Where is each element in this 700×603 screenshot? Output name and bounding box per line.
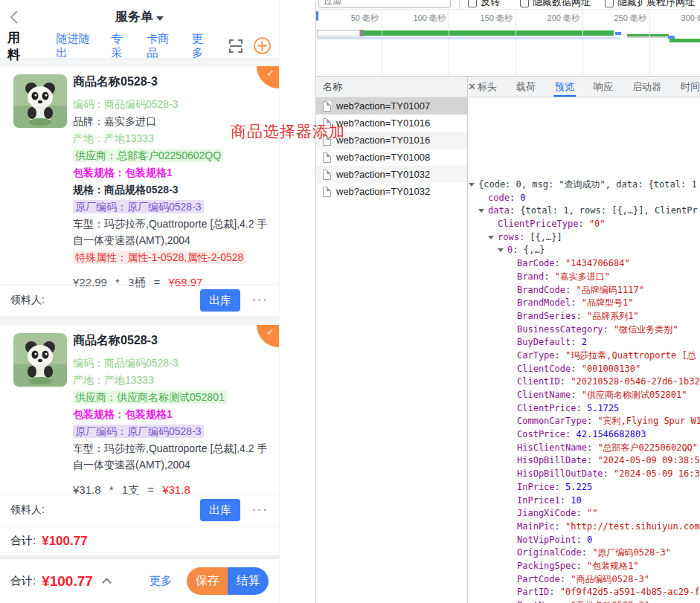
json-value: "品牌编码1117" xyxy=(576,285,643,295)
product-field: 供应商：总部客户02250602QQ xyxy=(73,147,272,164)
json-line: PartCode: "商品编码0528-3" xyxy=(468,573,700,587)
network-request-row[interactable]: web?action=TY01007 xyxy=(316,97,467,115)
json-value: 5.1725 xyxy=(587,403,619,413)
detail-tab-预览[interactable]: 预览 xyxy=(553,77,576,97)
panda-photo xyxy=(13,74,67,128)
collapse-chevron-icon[interactable] xyxy=(102,578,112,587)
json-key: HisOpBillDate xyxy=(517,455,587,465)
subtotal-row: 合计: ¥100.77 xyxy=(0,526,279,556)
detail-tab-时间[interactable]: 时间 xyxy=(679,77,700,97)
product-image[interactable] xyxy=(13,333,67,387)
json-key: InPrice1 xyxy=(517,495,560,506)
more-actions-icon[interactable]: ··· xyxy=(252,294,269,307)
nav-link-3[interactable]: 更多 xyxy=(192,32,211,60)
json-line: BuyDefault: 2 xyxy=(468,336,700,349)
annotation-overlay-text: 商品选择器添加 xyxy=(231,121,345,142)
json-value: : xyxy=(571,297,581,308)
network-request-row[interactable]: web?action=TY01008 xyxy=(316,149,467,166)
checkbox-icon[interactable] xyxy=(605,0,614,7)
json-line: BusinessCategory: "微信业务类别" xyxy=(468,323,700,337)
document-icon xyxy=(323,170,331,180)
json-value: "玛莎拉蒂,Quattroporte [总 xyxy=(565,350,696,361)
add-icon[interactable] xyxy=(253,36,272,55)
json-line: BarCode: "1434706684" xyxy=(468,257,700,271)
network-request-row[interactable]: web?action=TY01032 xyxy=(316,183,467,200)
outbound-button[interactable]: 出库 xyxy=(200,289,240,312)
json-value: "宾利,Flying Spur W1 xyxy=(597,416,700,426)
disclosure-triangle-icon[interactable] xyxy=(498,248,504,252)
json-line: HisOpBillDate: "2024-05-09 09:38:59 xyxy=(468,454,700,468)
json-key: OriginalCode xyxy=(517,547,582,558)
detail-tab-启动器[interactable]: 启动器 xyxy=(631,77,663,97)
json-value: : {,…} xyxy=(513,245,545,255)
json-value: : {total: 1, rows: [{,…}], ClientPr xyxy=(510,205,698,216)
json-key: BusinessCategory xyxy=(517,324,603,335)
json-value: : xyxy=(510,193,520,203)
detail-tab-标头[interactable]: 标头 xyxy=(476,77,498,97)
json-value: "微信业务类别" xyxy=(614,324,678,335)
nav-link-0[interactable]: 随进随出 xyxy=(56,32,94,60)
toolbar-checkbox-item[interactable]: 反转 xyxy=(468,0,500,9)
json-line: PartName: "商品名称0528-3" xyxy=(468,599,700,603)
product-image[interactable] xyxy=(13,74,67,128)
timeline-tick-label: 150 毫秒 xyxy=(453,13,513,24)
title-dropdown-icon[interactable] xyxy=(156,16,164,21)
network-request-row[interactable]: web?action=TY01032 xyxy=(316,166,467,183)
disclosure-triangle-icon[interactable] xyxy=(478,209,484,213)
json-line: PartID: "0f9f42d5-a591-4b85-ac29-f xyxy=(468,586,700,599)
json-value: : [{,…}] xyxy=(519,232,562,242)
json-line: NotVipPoint: 0 xyxy=(468,534,700,547)
document-icon xyxy=(323,187,331,197)
disclosure-triangle-icon[interactable] xyxy=(488,236,494,239)
close-icon[interactable]: ✕ xyxy=(468,77,476,97)
json-key: PackingSpec xyxy=(517,561,576,571)
nav-link-2[interactable]: 卡商品 xyxy=(147,32,176,60)
settle-button[interactable]: 结算 xyxy=(228,567,269,595)
save-button[interactable]: 保存 xyxy=(187,567,228,595)
json-value: "001000130" xyxy=(582,364,640,374)
json-line: JiangXiCode: "" xyxy=(468,507,700,520)
checkbox-icon[interactable] xyxy=(468,0,477,7)
json-line: rows: [{,…}] xyxy=(468,231,700,245)
toolbar-checkbox-item[interactable]: 隐藏扩展程序网址 xyxy=(605,0,695,9)
product-title: 商品名称0528-3 xyxy=(73,333,272,349)
outbound-button[interactable]: 出库 xyxy=(200,499,240,521)
json-key: JiangXiCode xyxy=(517,508,576,518)
page-title[interactable]: 服务单 xyxy=(115,10,153,24)
receiver-label: 领料人: xyxy=(10,294,45,307)
waterfall-band xyxy=(317,37,620,39)
json-value: "品牌型号1" xyxy=(582,297,634,308)
scan-icon[interactable] xyxy=(228,38,244,54)
json-value: 10 xyxy=(571,495,581,506)
more-link[interactable]: 更多 xyxy=(150,574,172,588)
timeline-marker xyxy=(316,11,318,21)
filter-input[interactable] xyxy=(318,0,451,8)
timeline-tick-label: 200 毫秒 xyxy=(520,13,579,24)
json-line: ClientPriceType: "0" xyxy=(468,218,700,231)
nav-item-material[interactable]: 用料 xyxy=(7,29,29,63)
waterfall-green-bar xyxy=(670,39,700,42)
json-key: ClientCode xyxy=(517,364,571,374)
json-value: "供应商名称测试052801" xyxy=(582,390,687,400)
json-line: PackingSpec: "包装规格1" xyxy=(468,560,700,573)
checkbox-icon[interactable] xyxy=(520,0,529,7)
name-column-header[interactable]: 名称 xyxy=(316,77,467,97)
json-key: ClientPriceType xyxy=(498,219,578,229)
json-value: : xyxy=(544,271,554,282)
json-line: InPrice: 5.225 xyxy=(468,481,700,494)
disclosure-triangle-icon[interactable] xyxy=(469,183,475,187)
checkbox-label: 反转 xyxy=(481,0,500,9)
detail-tab-响应[interactable]: 响应 xyxy=(592,77,614,97)
json-value: 0 xyxy=(520,193,525,203)
request-name: web?action=TY01032 xyxy=(336,169,430,180)
more-actions-icon[interactable]: ··· xyxy=(252,503,269,517)
json-value: : xyxy=(565,285,576,295)
toolbar-checkbox-item[interactable]: 隐藏数据网址 xyxy=(520,0,591,9)
nav-link-1[interactable]: 专采 xyxy=(111,32,130,60)
json-value: "2024-05-09 16:38 xyxy=(614,468,700,479)
detail-tab-载荷[interactable]: 载荷 xyxy=(515,77,537,97)
request-detail-panel: ✕ 标头载荷预览响应启动器时间 {code: 0, msg: "查询成功", d… xyxy=(468,77,700,603)
product-field: 原厂编码：原厂编码0528-3 xyxy=(73,199,272,215)
json-value: : xyxy=(571,337,581,347)
json-key: HisClientName xyxy=(517,442,587,453)
